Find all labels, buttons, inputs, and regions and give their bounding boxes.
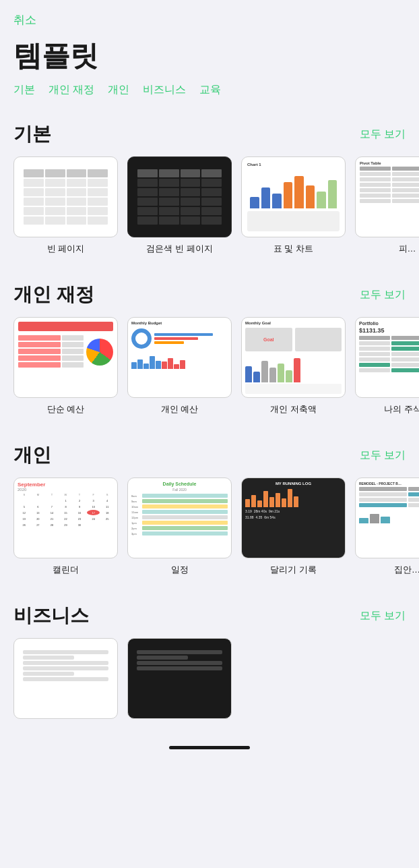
template-running-log[interactable]: MY RUNNING LOG 3.19 28m 40 — [241, 478, 346, 576]
basic-section-header: 기본 모두 보기 — [0, 121, 419, 156]
simple-budget-label: 단순 예산 — [47, 403, 85, 415]
template-blank[interactable]: 빈 페이지 — [13, 156, 118, 255]
page-title: 템플릿 — [0, 33, 419, 83]
tab-personal-finance[interactable]: 개인 재정 — [49, 83, 94, 97]
simple-budget-thumb — [13, 317, 118, 398]
portfolio-label: 나의 주식… — [384, 403, 419, 415]
home-indicator — [169, 746, 250, 749]
tab-business[interactable]: 비즈니스 — [143, 83, 186, 97]
pivot-label: 피… — [399, 243, 416, 255]
personal-finance-section-header: 개인 재정 모두 보기 — [0, 282, 419, 317]
business-section-header: 비즈니스 모두 보기 — [0, 603, 419, 638]
template-blank-dark[interactable]: 검은색 빈 페이지 — [127, 156, 232, 255]
template-business-2[interactable] — [127, 638, 232, 719]
monthly-goal-label: 개인 저축액 — [270, 403, 317, 415]
personal-scroll: September 2020 S M T W T F S 1234 567891… — [0, 478, 419, 589]
business-title: 비즈니스 — [13, 603, 89, 629]
running-log-thumb: MY RUNNING LOG 3.19 28m 40 — [241, 478, 346, 558]
personal-section-header: 개인 모두 보기 — [0, 442, 419, 478]
running-log-label: 달리기 기록 — [270, 564, 317, 576]
blank-dark-label: 검은색 빈 페이지 — [146, 243, 212, 255]
basic-title: 기본 — [13, 121, 51, 147]
template-monthly-budget[interactable]: Monthly Budget — [127, 317, 232, 415]
template-pivot[interactable]: Pivot Table 피… — [355, 156, 419, 255]
pivot-thumb: Pivot Table — [355, 156, 419, 237]
business-see-all[interactable]: 모두 보기 — [360, 609, 406, 623]
tab-basic[interactable]: 기본 — [13, 83, 35, 97]
business-2-thumb — [127, 638, 232, 719]
basic-templates-scroll: 빈 페이지 검은색 빈 페이지 Chart 1 — [0, 156, 419, 268]
section-business: 비즈니스 모두 보기 — [0, 589, 419, 739]
basic-see-all[interactable]: 모두 보기 — [360, 127, 406, 142]
home-remodel-label: 집안… — [394, 564, 419, 576]
template-table-chart[interactable]: Chart 1 표 및 차트 — [241, 156, 346, 255]
monthly-budget-label: 개인 예산 — [161, 403, 199, 415]
bottom-indicator — [0, 739, 419, 756]
tab-personal[interactable]: 개인 — [108, 83, 129, 97]
section-personal: 개인 모두 보기 September 2020 S M T W T F S — [0, 429, 419, 589]
home-remodel-thumb: REMODEL - PROJECT B… — [355, 478, 419, 558]
table-chart-label: 표 및 차트 — [273, 243, 313, 255]
daily-schedule-thumb: Daily Schedule Fall 2020 8am 9am 10am 11… — [127, 478, 232, 558]
template-daily-schedule[interactable]: Daily Schedule Fall 2020 8am 9am 10am 11… — [127, 478, 232, 576]
top-bar: 취소 — [0, 0, 419, 33]
template-portfolio[interactable]: Portfolio $1131.35 나의 주식… — [355, 317, 419, 415]
daily-schedule-label: 일정 — [171, 564, 189, 576]
personal-finance-scroll: 단순 예산 Monthly Budget — [0, 317, 419, 429]
blank-dark-thumb — [127, 156, 232, 237]
tab-education[interactable]: 교육 — [199, 83, 221, 97]
portfolio-thumb: Portfolio $1131.35 — [355, 317, 419, 398]
category-tabs: 기본 개인 재정 개인 비즈니스 교육 — [0, 83, 419, 108]
monthly-goal-thumb: Monthly Goal Goal — [241, 317, 346, 398]
cancel-button[interactable]: 취소 — [13, 12, 36, 28]
template-monthly-goal[interactable]: Monthly Goal Goal — [241, 317, 346, 415]
blank-thumb — [13, 156, 118, 237]
monthly-budget-thumb: Monthly Budget — [127, 317, 232, 398]
calendar-label: 캘린더 — [53, 564, 79, 576]
template-simple-budget[interactable]: 단순 예산 — [13, 317, 118, 415]
business-scroll — [0, 638, 419, 732]
business-1-thumb — [13, 638, 118, 719]
personal-see-all[interactable]: 모두 보기 — [360, 449, 406, 463]
template-calendar[interactable]: September 2020 S M T W T F S 1234 567891… — [13, 478, 118, 576]
personal-title: 개인 — [13, 442, 51, 468]
section-personal-finance: 개인 재정 모두 보기 — [0, 268, 419, 429]
blank-label: 빈 페이지 — [47, 243, 85, 255]
personal-finance-see-all[interactable]: 모두 보기 — [360, 288, 406, 302]
template-home-remodel[interactable]: REMODEL - PROJECT B… 집안… — [355, 478, 419, 576]
personal-finance-title: 개인 재정 — [13, 282, 94, 308]
table-chart-thumb: Chart 1 — [241, 156, 346, 237]
template-business-1[interactable] — [13, 638, 118, 719]
section-basic: 기본 모두 보기 빈 페이지 — [0, 108, 419, 268]
calendar-thumb: September 2020 S M T W T F S 1234 567891… — [13, 478, 118, 558]
